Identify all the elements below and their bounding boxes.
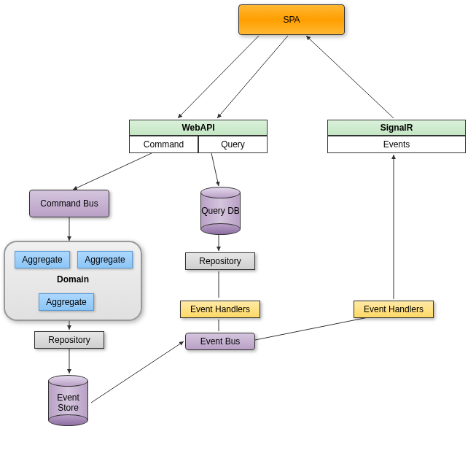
events-cell: Events (327, 136, 466, 153)
aggregate-3: Aggregate (39, 293, 94, 311)
repository-left-box: Repository (34, 331, 104, 349)
event-store-label: Event Store (48, 392, 88, 413)
webapi-header: WebAPI (129, 120, 268, 136)
query-db-label: Query DB (200, 206, 241, 216)
command-cell: Command (129, 136, 198, 153)
aggregate-2: Aggregate (77, 251, 133, 268)
spa-label: SPA (283, 15, 300, 25)
event-handlers-right-box: Event Handlers (354, 301, 434, 318)
repository-right-label: Repository (199, 256, 241, 266)
event-bus-box: Event Bus (185, 333, 255, 350)
webapi-label: WebAPI (182, 123, 214, 133)
query-label: Query (221, 139, 245, 150)
query-cell: Query (198, 136, 268, 153)
domain-box: Aggregate Aggregate Domain Aggregate (4, 241, 142, 321)
aggregate-1: Aggregate (15, 251, 70, 268)
event-bus-label: Event Bus (200, 336, 241, 347)
event-handlers-center-label: Event Handlers (190, 304, 250, 314)
spa-box: SPA (238, 4, 345, 35)
command-bus-label: Command Bus (40, 198, 98, 209)
command-label: Command (144, 139, 184, 150)
query-db: Query DB (200, 187, 241, 235)
event-handlers-right-label: Event Handlers (364, 304, 424, 314)
architecture-diagram: SPA WebAPI Command Query SignalR Events … (0, 0, 476, 472)
repository-right-box: Repository (185, 252, 255, 270)
signalr-header: SignalR (327, 120, 466, 136)
command-bus-box: Command Bus (29, 190, 109, 217)
domain-label: Domain (5, 274, 141, 285)
event-handlers-center-box: Event Handlers (180, 301, 260, 318)
repository-left-label: Repository (48, 335, 90, 345)
event-store: Event Store (48, 375, 88, 426)
signalr-label: SignalR (381, 123, 413, 133)
events-label: Events (383, 139, 410, 150)
